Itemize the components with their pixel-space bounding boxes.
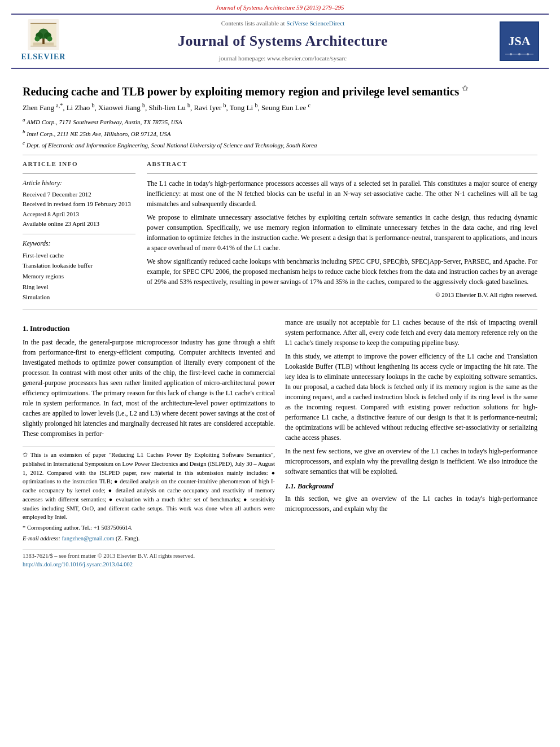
body-para-right-2: In this study, we attempt to improve the… xyxy=(285,351,537,443)
svg-point-14 xyxy=(510,53,512,55)
abstract-title: ABSTRACT xyxy=(147,160,537,169)
jsa-logo-section: JSA xyxy=(497,21,542,61)
elsevier-logo-section: ELSEVIER xyxy=(18,19,69,63)
abstract-para-1: The L1 cache in today's high-performance… xyxy=(147,178,537,209)
jsa-logo-decoration xyxy=(502,50,536,59)
keyword-3: Memory regions xyxy=(23,271,135,282)
footnotes: ✩ This is an extension of paper "Reducin… xyxy=(23,447,275,543)
abstract-text: The L1 cache in today's high-performance… xyxy=(147,178,537,300)
divider-3 xyxy=(23,234,135,234)
divider-5 xyxy=(23,309,537,309)
body-para-left-1: In the past decade, the general-purpose … xyxy=(23,337,275,439)
col-right: mance are usually not acceptable for L1 … xyxy=(285,317,537,570)
article-history-title: Article history: xyxy=(23,178,135,188)
svg-point-16 xyxy=(527,53,529,55)
affiliation-c: c Dept. of Electronic and Information En… xyxy=(23,139,537,150)
history-accepted: Accepted 8 April 2013 xyxy=(23,209,135,220)
footnote-2: * Corresponding author. Tel.: +1 5037506… xyxy=(23,523,275,532)
abstract-para-2: We propose to eliminate unnecessary asso… xyxy=(147,212,537,253)
issn-line: 1383-7621/$ – see front matter © 2013 El… xyxy=(23,552,275,561)
svg-point-15 xyxy=(518,53,520,55)
jsa-logo-text: JSA xyxy=(508,32,530,50)
bottom-bar: 1383-7621/$ – see front matter © 2013 El… xyxy=(23,549,275,570)
paper-title: Reducing cache and TLB power by exploiti… xyxy=(23,84,537,99)
col-left: 1. Introduction In the past decade, the … xyxy=(23,317,275,570)
sciverse-link[interactable]: SciVerse ScienceDirect xyxy=(286,20,344,27)
journal-header-center: Contents lists available at SciVerse Sci… xyxy=(75,19,491,63)
article-info-title: ARTICLE INFO xyxy=(23,160,135,169)
footnote-3: E-mail address: fangzhen@gmail.com (Z. F… xyxy=(23,534,275,543)
elsevier-tree-icon xyxy=(27,19,60,50)
doi-link[interactable]: http://dx.doi.org/10.1016/j.sysarc.2013.… xyxy=(23,560,275,569)
section-1-title: 1. Introduction xyxy=(23,323,275,334)
sciverse-line: Contents lists available at SciVerse Sci… xyxy=(75,19,491,28)
article-info: ARTICLE INFO Article history: Received 7… xyxy=(23,160,135,303)
elsevier-brand-text: ELSEVIER xyxy=(21,51,66,63)
body-para-right-1: mance are usually not acceptable for L1 … xyxy=(285,317,537,348)
email-link[interactable]: fangzhen@gmail.com xyxy=(62,535,115,541)
divider-1 xyxy=(23,155,537,155)
subsection-1-1-title: 1.1. Background xyxy=(285,481,537,492)
keyword-2: Translation lookaside buffer xyxy=(23,260,135,271)
keyword-1: First-level cache xyxy=(23,250,135,261)
elsevier-logo: ELSEVIER xyxy=(21,19,66,63)
keyword-4: Ring level xyxy=(23,282,135,292)
keywords-title: Keywords: xyxy=(23,239,135,248)
jsa-logo: JSA xyxy=(500,21,539,61)
journal-homepage: journal homepage: www.elsevier.com/locat… xyxy=(75,54,491,63)
authors-line: Zhen Fang a,*, Li Zhao b, Xiaowei Jiang … xyxy=(23,102,537,113)
affiliation-b: b Intel Corp., 2111 NE 25th Ave, Hillsbo… xyxy=(23,128,537,139)
paper-content: Reducing cache and TLB power by exploiti… xyxy=(0,69,560,575)
journal-title-header: Journal of Systems Architecture xyxy=(75,30,491,52)
body-para-right-3: In the next few sections, we give an ove… xyxy=(285,446,537,477)
body-para-right-4: In this section, we give an overview of … xyxy=(285,493,537,514)
divider-2 xyxy=(23,173,135,174)
journal-citation: Journal of Systems Architecture 59 (2013… xyxy=(0,0,560,14)
svg-point-9 xyxy=(47,36,52,41)
affiliation-a: a AMD Corp., 7171 Southwest Parkway, Aus… xyxy=(23,116,537,127)
body-columns: 1. Introduction In the past decade, the … xyxy=(23,317,537,570)
abstract-para-3: We show significantly reduced cache look… xyxy=(147,256,537,287)
abstract-section: ABSTRACT The L1 cache in today's high-pe… xyxy=(147,160,537,303)
journal-header: ELSEVIER Contents lists available at Sci… xyxy=(11,14,549,69)
keyword-5: Simulation xyxy=(23,292,135,303)
history-revised: Received in revised form 19 February 201… xyxy=(23,199,135,209)
divider-4 xyxy=(147,173,537,174)
footnote-1: ✩ This is an extension of paper "Reducin… xyxy=(23,451,275,522)
title-star: ✩ xyxy=(462,84,469,93)
copyright-line: © 2013 Elsevier B.V. All rights reserved… xyxy=(147,290,537,300)
article-columns: ARTICLE INFO Article history: Received 7… xyxy=(23,160,537,303)
svg-point-8 xyxy=(34,36,40,41)
affiliations: a AMD Corp., 7171 Southwest Parkway, Aus… xyxy=(23,116,537,150)
history-online: Available online 23 April 2013 xyxy=(23,219,135,229)
history-received: Received 7 December 2012 xyxy=(23,190,135,200)
